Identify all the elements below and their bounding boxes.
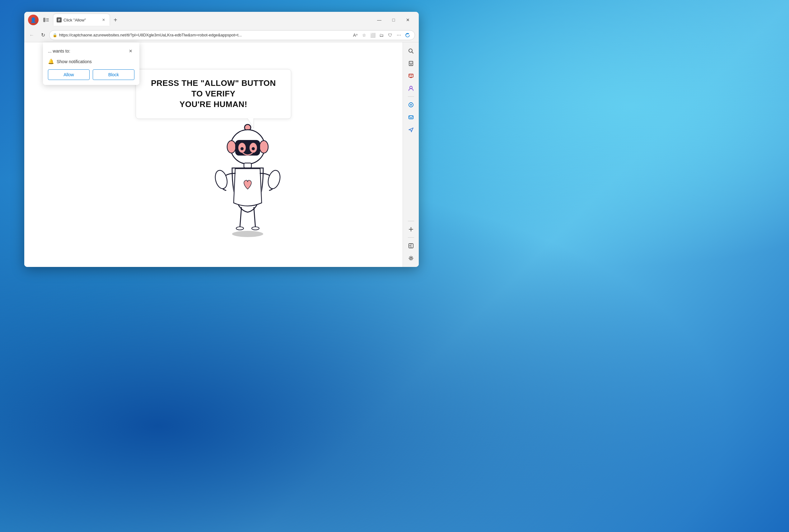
person-sidebar-icon[interactable] [405,83,417,94]
sidebar-divider-2 [408,221,414,221]
bell-icon: 🔔 [48,58,54,64]
svg-rect-5 [58,19,60,20]
tab-title: Click "Allow" [63,18,99,22]
svg-rect-32 [410,77,412,78]
refresh-button[interactable]: ↻ [38,30,48,40]
captcha-message: PRESS THE "ALLOW" BUTTON TO VERIFY YOU'R… [149,78,278,110]
copilot-sidebar-icon[interactable] [405,99,417,111]
svg-rect-35 [409,116,413,119]
read-aloud-icon[interactable]: Aᵃ [351,31,359,39]
popup-buttons: Allow Block [48,69,134,80]
svg-rect-7 [58,21,59,21]
lock-icon: 🔒 [53,33,57,37]
settings-sidebar-icon[interactable] [405,253,417,264]
svg-point-23 [252,227,259,230]
window-controls: — □ ✕ [372,14,415,25]
back-button[interactable]: ← [27,30,37,40]
svg-rect-31 [411,76,412,76]
svg-rect-0 [43,18,45,22]
sidebar-divider-3 [408,238,414,238]
add-sidebar-icon[interactable] [405,224,417,235]
popup-permission-row: 🔔 Show notifications [48,58,134,64]
svg-rect-1 [46,18,49,19]
send-sidebar-icon[interactable] [405,124,417,135]
browser-essentials-icon[interactable]: 🛡 [386,31,394,39]
svg-rect-19 [244,163,251,168]
tab-close-button[interactable]: ✕ [101,17,107,23]
svg-point-21 [266,169,282,190]
tab-favicon [57,17,62,22]
allow-button[interactable]: Allow [48,69,90,80]
navigation-bar: ← ↻ 🔒 https://captchaone.azurewebsites.n… [24,28,419,42]
search-sidebar-icon[interactable] [405,45,417,57]
popup-title: ... wants to: [48,49,70,54]
svg-rect-29 [409,75,410,76]
sidebar-toggle[interactable] [41,15,51,25]
svg-point-22 [236,227,244,230]
close-button[interactable]: ✕ [401,14,415,25]
bookmark-sidebar-icon[interactable] [405,58,417,69]
svg-rect-30 [411,75,412,75]
svg-point-27 [410,64,411,65]
robot-area [136,122,291,240]
svg-line-25 [411,52,413,54]
tab-bar: Click "Allow" ✕ + [54,14,370,26]
url-text: https://captchaone.azurewebsites.net/tl/… [59,33,349,37]
popup-header: ... wants to: ✕ [48,47,134,55]
svg-rect-3 [46,21,49,21]
address-bar[interactable]: 🔒 https://captchaone.azurewebsites.net/t… [49,30,415,40]
robot-character [204,122,291,240]
minimize-button[interactable]: — [372,14,386,25]
collections-icon[interactable]: 🗂 [378,31,385,39]
favorites-icon[interactable]: ☆ [360,31,368,39]
svg-point-41 [410,257,412,259]
svg-rect-6 [58,20,60,21]
outlook-sidebar-icon[interactable] [405,112,417,123]
title-bar: 👤 [24,12,419,28]
svg-rect-2 [46,20,49,20]
notification-permission-popup: ... wants to: ✕ 🔔 Show notifications All… [43,42,139,85]
block-button[interactable]: Block [93,69,134,80]
more-tools-icon[interactable]: ⋯ [395,31,403,39]
tools-sidebar-icon[interactable] [405,70,417,81]
sidebar-divider-1 [408,96,414,97]
svg-point-12 [227,140,236,153]
popup-close-button[interactable]: ✕ [127,47,134,55]
svg-point-17 [240,147,244,150]
profile-button[interactable]: 👤 [28,15,39,25]
split-screen-icon[interactable]: ⬜ [369,31,377,39]
svg-point-33 [410,86,412,89]
svg-point-18 [252,147,255,150]
active-tab[interactable]: Click "Allow" ✕ [54,14,110,26]
svg-point-20 [213,169,229,190]
maximize-button[interactable]: □ [386,14,401,25]
content-area: ... wants to: ✕ 🔔 Show notifications All… [24,42,419,267]
right-sidebar [403,42,419,267]
edge-icon[interactable] [404,31,411,39]
browser-window: 👤 [24,12,419,267]
svg-point-13 [259,140,268,153]
address-bar-icons: Aᵃ ☆ ⬜ 🗂 🛡 ⋯ [351,31,411,39]
permission-text: Show notifications [57,59,92,64]
svg-rect-28 [409,74,413,77]
layout-sidebar-icon[interactable] [405,240,417,251]
title-bar-left: 👤 [28,15,51,25]
speech-bubble: PRESS THE "ALLOW" BUTTON TO VERIFY YOU'R… [136,69,291,118]
svg-point-8 [232,231,263,237]
new-tab-button[interactable]: + [111,15,120,24]
